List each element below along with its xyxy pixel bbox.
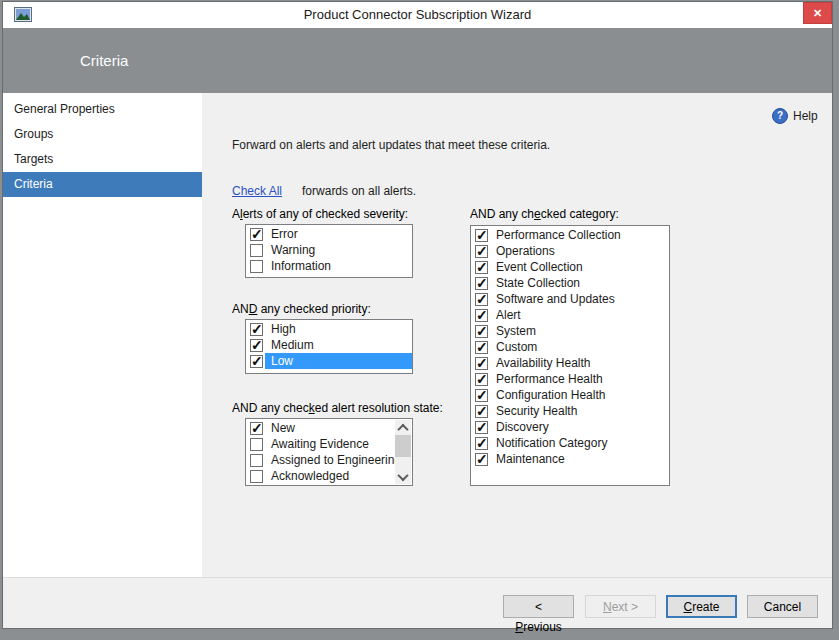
resolution-checkbox-row[interactable]: New [246, 420, 395, 436]
window-title: Product Connector Subscription Wizard [3, 2, 832, 28]
checkbox-label: High [265, 321, 412, 337]
sidebar-item[interactable]: Targets [3, 147, 202, 172]
checkbox-label: Acknowledged [265, 468, 395, 484]
checkbox[interactable] [475, 405, 488, 418]
checkbox-label: Warning [265, 242, 412, 258]
button-accel: N [603, 600, 612, 614]
sidebar-item-label: General Properties [14, 102, 115, 116]
checkbox-label: Event Collection [490, 259, 669, 275]
category-checkbox-row[interactable]: Configuration Health [471, 387, 669, 403]
next-button[interactable]: Next > [585, 595, 656, 618]
previous-button[interactable]: < Previous [503, 595, 574, 618]
severity-listbox: Error Warning Information [245, 224, 413, 278]
category-checkbox-row[interactable]: Event Collection [471, 259, 669, 275]
category-checkbox-row[interactable]: System [471, 323, 669, 339]
category-checkbox-row[interactable]: Operations [471, 243, 669, 259]
checkbox-label: Alert [490, 307, 669, 323]
scroll-down-button[interactable] [395, 469, 411, 484]
wizard-header: Criteria [3, 28, 832, 93]
sidebar-item[interactable]: Groups [3, 122, 202, 147]
sidebar-item-label: Criteria [14, 177, 53, 191]
checkbox[interactable] [475, 325, 488, 338]
checkbox[interactable] [475, 357, 488, 370]
checkbox[interactable] [250, 355, 263, 368]
scrollbar-thumb[interactable] [395, 435, 411, 457]
checkbox-label: Error [265, 226, 412, 242]
checkbox-label: Custom [490, 339, 669, 355]
checkbox[interactable] [250, 470, 263, 483]
label-text: AND any ch [470, 207, 534, 221]
check-all-link[interactable]: Check All [232, 184, 282, 198]
category-checkbox-row[interactable]: State Collection [471, 275, 669, 291]
label-text: AND any chec [232, 401, 309, 415]
priority-listbox: High Medium Low [245, 319, 413, 374]
severity-checkbox-row[interactable]: Error [246, 226, 412, 242]
checkbox[interactable] [250, 438, 263, 451]
title-bar: Product Connector Subscription Wizard ✕ [3, 2, 832, 28]
checkbox[interactable] [475, 293, 488, 306]
check-all-suffix: forwards on all alerts. [302, 184, 416, 198]
category-checkbox-row[interactable]: Notification Category [471, 435, 669, 451]
checkbox[interactable] [475, 245, 488, 258]
label-accel: e [534, 207, 541, 221]
category-checkbox-row[interactable]: Custom [471, 339, 669, 355]
category-checkbox-row[interactable]: Security Health [471, 403, 669, 419]
checkbox[interactable] [250, 323, 263, 336]
checkbox[interactable] [250, 260, 263, 273]
close-button[interactable]: ✕ [803, 2, 832, 24]
help-link[interactable]: ? Help [772, 108, 818, 124]
severity-checkbox-row[interactable]: Warning [246, 242, 412, 258]
category-checkbox-row[interactable]: Software and Updates [471, 291, 669, 307]
checkbox[interactable] [250, 454, 263, 467]
checkbox[interactable] [475, 261, 488, 274]
checkbox[interactable] [475, 229, 488, 242]
priority-group-label: AND any checked priority: [232, 302, 371, 316]
checkbox[interactable] [250, 244, 263, 257]
priority-checkbox-row[interactable]: Medium [246, 337, 412, 353]
label-text: erts of any of checked severity: [243, 207, 408, 221]
checkbox[interactable] [250, 339, 263, 352]
priority-checkbox-row[interactable]: Low [246, 353, 412, 369]
label-text: A [232, 207, 240, 221]
sidebar-item[interactable]: Criteria [3, 172, 202, 197]
checkbox[interactable] [475, 453, 488, 466]
checkbox[interactable] [475, 389, 488, 402]
category-checkbox-row[interactable]: Maintenance [471, 451, 669, 467]
wizard-window: Product Connector Subscription Wizard ✕ … [3, 2, 832, 628]
checkbox-label: Security Health [490, 403, 669, 419]
scroll-up-button[interactable] [395, 420, 411, 435]
checkbox[interactable] [475, 277, 488, 290]
resolution-checkbox-row[interactable]: Acknowledged [246, 468, 395, 484]
cancel-button[interactable]: Cancel [747, 595, 818, 618]
checkbox[interactable] [475, 421, 488, 434]
resolution-checkbox-row[interactable]: Awaiting Evidence [246, 436, 395, 452]
instruction-text: Forward on alerts and alert updates that… [232, 138, 550, 152]
checkbox[interactable] [475, 309, 488, 322]
vertical-scrollbar[interactable] [395, 420, 411, 484]
resolution-listbox: New Awaiting Evidence Assigned to Engine… [245, 418, 413, 486]
checkbox[interactable] [250, 228, 263, 241]
category-checkbox-row[interactable]: Discovery [471, 419, 669, 435]
category-checkbox-row[interactable]: Availability Health [471, 355, 669, 371]
checkbox-label: Low [265, 353, 412, 369]
sidebar-item-label: Groups [14, 127, 53, 141]
checkbox[interactable] [250, 422, 263, 435]
checkbox-label: Performance Health [490, 371, 669, 387]
sidebar: General Properties Groups Targets Criter… [3, 93, 202, 577]
priority-checkbox-row[interactable]: High [246, 321, 412, 337]
close-icon: ✕ [813, 7, 822, 19]
create-button[interactable]: Create [666, 595, 737, 618]
label-text: AN [232, 302, 249, 316]
checkbox[interactable] [475, 373, 488, 386]
label-text: any checked priority: [257, 302, 370, 316]
category-checkbox-row[interactable]: Performance Health [471, 371, 669, 387]
checkbox[interactable] [475, 437, 488, 450]
severity-checkbox-row[interactable]: Information [246, 258, 412, 274]
category-checkbox-row[interactable]: Alert [471, 307, 669, 323]
resolution-checkbox-row[interactable]: Assigned to Engineering [246, 452, 395, 468]
checkbox[interactable] [475, 341, 488, 354]
category-checkbox-row[interactable]: Performance Collection [471, 227, 669, 243]
button-text: reate [692, 600, 719, 614]
sidebar-item[interactable]: General Properties [3, 97, 202, 122]
label-text: ed alert resolution state: [315, 401, 443, 415]
